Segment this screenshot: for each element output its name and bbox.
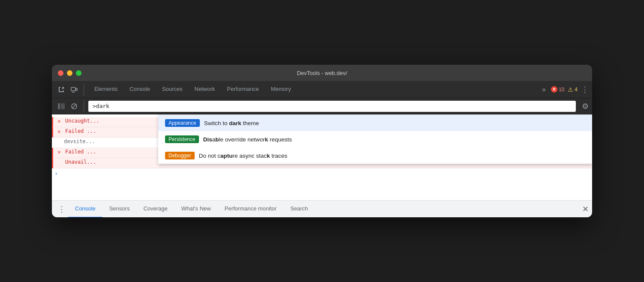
bottom-tab-coverage[interactable]: Coverage [136, 201, 174, 218]
bottom-tab-performance-monitor[interactable]: Performance monitor [218, 201, 283, 218]
dropdown-item-persistence[interactable]: Persistence Disable override network req… [158, 131, 592, 147]
device-icon[interactable] [68, 84, 80, 96]
tab-elements[interactable]: Elements [88, 81, 123, 98]
persistence-tag: Persistence [165, 135, 199, 143]
bottom-tab-bar: ⋮ Console Sensors Coverage What's New Pe… [52, 200, 592, 217]
error-icon-small: ✕ [53, 149, 65, 155]
close-bottom-panel-button[interactable]: ✕ [582, 204, 589, 214]
tab-console[interactable]: Console [123, 81, 156, 98]
inspect-icon[interactable] [55, 84, 67, 96]
window-title: DevTools - web.dev/ [297, 70, 347, 76]
dropdown-item-debugger[interactable]: Debugger Do not capture async stack trac… [158, 147, 592, 164]
toolbar-left-icons [55, 84, 84, 96]
persistence-text: Disable override network requests [203, 136, 292, 143]
warn-icon: ⚠ [568, 86, 573, 93]
error-count: 10 [559, 87, 564, 93]
more-options-button[interactable]: ⋮ [581, 85, 589, 94]
error-badge: ✕ 10 [551, 86, 564, 93]
svg-line-6 [72, 104, 76, 108]
tab-memory[interactable]: Memory [265, 81, 297, 98]
devtools-window: DevTools - web.dev/ Elements Console Sou… [52, 65, 592, 217]
block-icon[interactable] [68, 100, 80, 112]
appearance-tag: Appearance [165, 119, 200, 127]
close-icon: ✕ [582, 204, 589, 214]
toolbar2-right: ⚙ [578, 102, 589, 111]
tab-network[interactable]: Network [189, 81, 221, 98]
title-bar: DevTools - web.dev/ [52, 65, 592, 81]
svg-rect-1 [76, 88, 77, 90]
bottom-tab-sensors[interactable]: Sensors [102, 201, 137, 218]
svg-rect-4 [61, 103, 65, 109]
toolbar2: >dark ⚙ [52, 98, 592, 114]
prompt-arrow: › [55, 170, 57, 177]
search-value: >dark [93, 103, 109, 109]
sidebar-toggle-icon[interactable] [55, 100, 67, 112]
dropdown-item-appearance[interactable]: Appearance Switch to dark theme [158, 115, 592, 131]
tab-performance[interactable]: Performance [221, 81, 265, 98]
settings-button[interactable]: ⚙ [582, 102, 589, 111]
svg-rect-0 [71, 87, 75, 91]
main-toolbar: Elements Console Sources Network Perform… [52, 81, 592, 98]
toolbar-right: » ✕ 10 ⚠ 4 ⋮ [540, 85, 589, 94]
toolbar-tabs: Elements Console Sources Network Perform… [88, 81, 539, 98]
warn-badge: ⚠ 4 [568, 86, 578, 93]
error-icon: ✕ [551, 86, 557, 93]
debugger-tag: Debugger [165, 152, 195, 159]
appearance-text: Switch to dark theme [204, 120, 259, 126]
toolbar2-left-icons [55, 100, 84, 112]
prompt-row: › [52, 168, 592, 178]
error-icon-small: ✕ [53, 128, 65, 135]
maximize-button[interactable] [76, 70, 81, 76]
command-dropdown: Appearance Switch to dark theme Persiste… [158, 114, 592, 164]
warn-count: 4 [575, 87, 578, 93]
bottom-tab-search[interactable]: Search [283, 201, 315, 218]
command-search-bar[interactable]: >dark [88, 101, 576, 112]
bottom-more-button[interactable]: ⋮ [55, 204, 68, 214]
tab-sources[interactable]: Sources [156, 81, 189, 98]
error-icon-small: ✕ [53, 118, 65, 124]
minimize-button[interactable] [67, 70, 72, 76]
more-tabs-button[interactable]: » [540, 86, 548, 93]
bottom-tab-whats-new[interactable]: What's New [175, 201, 218, 218]
svg-rect-3 [58, 103, 60, 109]
close-button[interactable] [58, 70, 63, 76]
traffic-lights [58, 70, 81, 76]
bottom-tab-console[interactable]: Console [68, 201, 102, 218]
debugger-text: Do not capture async stack traces [199, 153, 287, 159]
